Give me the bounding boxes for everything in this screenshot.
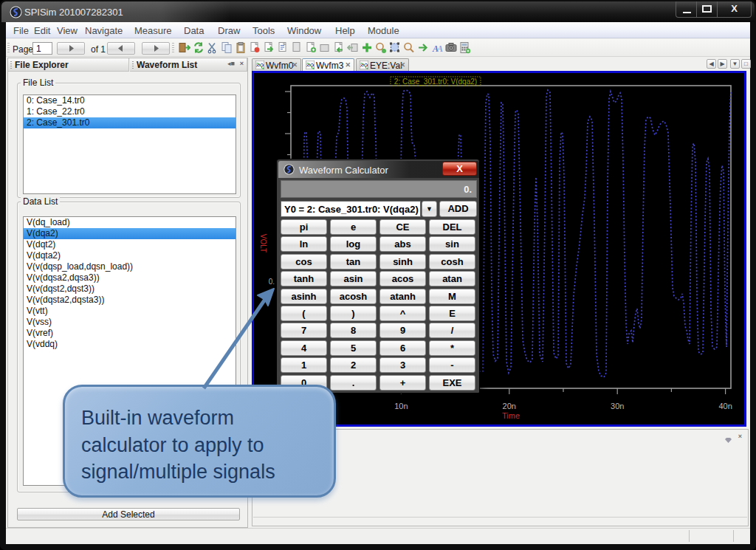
svg-text:Time: Time (502, 411, 520, 420)
svg-text:0.: 0. (269, 278, 275, 286)
svg-text:20n: 20n (503, 402, 516, 410)
svg-text:VOLT: VOLT (259, 234, 267, 252)
svg-text:2: Case_301.tr0: V(dqa2): 2: Case_301.tr0: V(dqa2) (394, 78, 477, 86)
svg-text:30n: 30n (611, 402, 624, 410)
svg-text:40n: 40n (718, 402, 732, 410)
svg-text:10n: 10n (394, 402, 408, 410)
svg-text:A: A (436, 44, 443, 54)
